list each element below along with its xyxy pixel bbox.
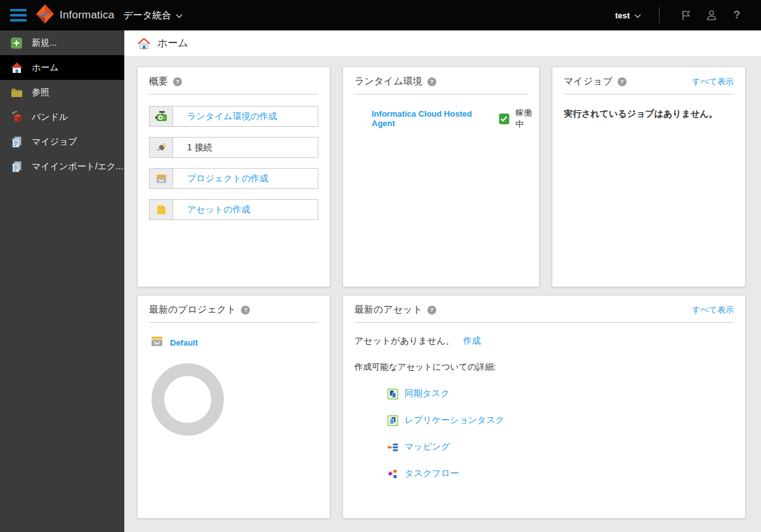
recent-projects-card: 最新のプロジェクト ? Default xyxy=(137,295,330,519)
create-runtime-env-link[interactable]: ランタイム環境の作成 xyxy=(187,111,277,122)
sidebar-item-label: 新規... xyxy=(32,37,57,49)
recent-projects-card-title: 最新のプロジェクト xyxy=(149,304,236,316)
project-drawer-icon xyxy=(150,335,164,350)
folder-icon xyxy=(10,86,23,99)
recent-assets-help-icon[interactable]: ? xyxy=(427,306,436,315)
project-row[interactable]: Default xyxy=(138,323,330,350)
help-icon[interactable]: ? xyxy=(724,9,750,22)
import-export-icon xyxy=(10,160,23,173)
runtime-env-help-icon[interactable]: ? xyxy=(427,77,436,86)
create-project-button[interactable]: プロジェクトの作成 xyxy=(149,168,318,189)
sidebar-item-label: マイインポート/エク... xyxy=(32,161,123,172)
menu-icon[interactable] xyxy=(10,9,27,22)
sidebar-item-explore[interactable]: 参照 xyxy=(0,80,124,105)
overview-card-title: 概要 xyxy=(149,75,168,88)
connections-count-label: 1 接続 xyxy=(173,138,212,157)
sidebar-item-label: ホーム xyxy=(32,62,59,74)
agent-row: Informatica Cloud Hosted Agent 稼働中 xyxy=(343,94,539,130)
bundle-icon xyxy=(10,111,23,124)
connections-button[interactable]: 1 接続 xyxy=(149,137,318,158)
project-icon xyxy=(150,169,173,188)
main-content: 概要 ? ランタイム環境の作成 xyxy=(124,57,761,532)
empty-donut-placeholder xyxy=(152,363,224,436)
brand-name: Informatica xyxy=(60,9,114,22)
my-jobs-view-all-link[interactable]: すべて表示 xyxy=(692,76,734,88)
agent-status-label: 稼働中 xyxy=(516,107,539,130)
runtime-env-card: ランタイム環境 ? Informatica Cloud Hosted Agent… xyxy=(342,67,540,287)
my-jobs-card: マイジョブ ? すべて表示 実行されているジョブはありません。 xyxy=(552,67,746,287)
taskflow-link[interactable]: タスクフロー xyxy=(405,468,459,479)
service-name: データ統合 xyxy=(123,10,171,22)
create-runtime-env-button[interactable]: ランタイム環境の作成 xyxy=(149,106,318,127)
asset-icon xyxy=(150,200,173,219)
my-jobs-card-title: マイジョブ xyxy=(564,75,613,88)
home-icon xyxy=(10,62,23,74)
sidebar-item-label: バンドル xyxy=(32,112,68,123)
asset-type-row: 同期タスク xyxy=(387,388,734,399)
sidebar: 新規... ホーム 参照 xyxy=(0,30,124,532)
sidebar-item-home[interactable]: ホーム xyxy=(0,55,124,80)
my-jobs-empty-message: 実行されているジョブはありません。 xyxy=(552,94,745,134)
mapping-link[interactable]: マッピング xyxy=(405,441,450,453)
user-name: test xyxy=(615,11,630,20)
page-title: ホーム xyxy=(157,37,188,50)
agent-icon xyxy=(150,107,173,126)
create-project-link[interactable]: プロジェクトの作成 xyxy=(187,173,268,185)
sync-task-icon xyxy=(387,389,398,399)
sidebar-item-label: 参照 xyxy=(32,87,49,98)
top-bar: Informatica データ統合 test ? xyxy=(0,0,761,30)
my-jobs-help-icon[interactable]: ? xyxy=(618,77,627,86)
assets-create-link[interactable]: 作成 xyxy=(463,335,481,346)
replication-task-icon xyxy=(387,415,398,426)
breadcrumb: ホーム xyxy=(124,30,761,57)
recent-assets-view-all-link[interactable]: すべて表示 xyxy=(692,304,734,316)
mapping-icon xyxy=(387,442,398,453)
user-chevron-down-icon xyxy=(634,10,641,21)
breadcrumb-home-icon xyxy=(137,37,151,50)
sidebar-item-label: マイジョブ xyxy=(32,136,77,148)
hosted-agent-link[interactable]: Informatica Cloud Hosted Agent xyxy=(372,109,491,128)
taskflow-icon xyxy=(387,469,398,479)
project-default-link[interactable]: Default xyxy=(170,338,198,347)
create-asset-link[interactable]: アセットの作成 xyxy=(187,204,250,216)
assets-details-label: 作成可能なアセットについての詳細: xyxy=(354,361,734,373)
user-menu[interactable]: test xyxy=(615,10,641,21)
jobs-icon xyxy=(10,136,23,148)
user-profile-icon[interactable] xyxy=(699,10,724,21)
sync-task-link[interactable]: 同期タスク xyxy=(405,388,450,399)
replication-task-link[interactable]: レプリケーションタスク xyxy=(405,415,504,426)
asset-type-row: タスクフロー xyxy=(387,468,734,479)
asset-type-row: レプリケーションタスク xyxy=(387,415,734,426)
sidebar-item-my-jobs[interactable]: マイジョブ xyxy=(0,129,124,154)
sidebar-item-bundles[interactable]: バンドル xyxy=(0,105,124,129)
recent-projects-help-icon[interactable]: ? xyxy=(241,306,250,315)
sidebar-item-my-import-export[interactable]: マイインポート/エク... xyxy=(0,154,124,179)
topbar-divider xyxy=(659,7,660,23)
notifications-flag-icon[interactable] xyxy=(673,10,699,21)
overview-card: 概要 ? ランタイム環境の作成 xyxy=(137,67,330,287)
recent-assets-card-title: 最新のアセット xyxy=(354,304,422,316)
assets-empty-message: アセットがありません。 xyxy=(354,335,454,346)
create-asset-button[interactable]: アセットの作成 xyxy=(149,199,318,220)
recent-assets-card: 最新のアセット ? すべて表示 アセットがありません。 作成 作成可能なアセット… xyxy=(342,295,746,519)
overview-help-icon[interactable]: ? xyxy=(173,77,182,86)
informatica-logo xyxy=(36,4,55,27)
asset-type-row: マッピング xyxy=(387,441,734,453)
service-chevron-down-icon[interactable] xyxy=(176,10,183,21)
connection-icon xyxy=(150,138,173,157)
sidebar-item-new[interactable]: 新規... xyxy=(0,30,124,55)
runtime-env-card-title: ランタイム環境 xyxy=(354,75,422,88)
plus-icon xyxy=(10,37,23,49)
status-check-icon xyxy=(499,114,509,124)
